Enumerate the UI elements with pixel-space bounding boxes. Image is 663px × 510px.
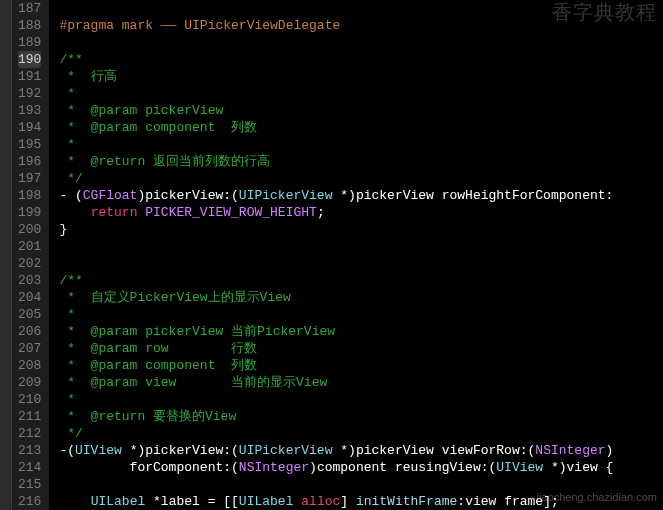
code-line[interactable]: /** xyxy=(59,272,663,289)
code-line[interactable]: * 自定义PickerView上的显示View xyxy=(59,289,663,306)
code-token: UIPickerView xyxy=(239,443,333,458)
code-line[interactable]: } xyxy=(59,221,663,238)
line-number[interactable]: 199 xyxy=(18,204,41,221)
code-line[interactable] xyxy=(59,476,663,493)
code-line[interactable]: * @param pickerView xyxy=(59,102,663,119)
line-number[interactable]: 196 xyxy=(18,153,41,170)
line-number[interactable]: 188 xyxy=(18,17,41,34)
code-line[interactable]: * @param view 当前的显示View xyxy=(59,374,663,391)
code-token: UIView xyxy=(75,443,122,458)
line-number[interactable]: 207 xyxy=(18,340,41,357)
code-line[interactable] xyxy=(59,0,663,17)
code-token: component reusingView:( xyxy=(317,460,496,475)
code-token: ] xyxy=(340,494,356,509)
code-line[interactable] xyxy=(59,238,663,255)
code-line[interactable]: * @return 返回当前列数的行高 xyxy=(59,153,663,170)
code-token: initWithFrame xyxy=(356,494,457,509)
code-line[interactable]: * 行高 xyxy=(59,68,663,85)
line-number[interactable]: 189 xyxy=(18,34,41,51)
code-line[interactable]: * xyxy=(59,136,663,153)
line-number[interactable]: 190 xyxy=(18,51,41,68)
code-area[interactable]: #pragma mark —— UIPickerViewDelegate /**… xyxy=(49,0,663,510)
code-line[interactable] xyxy=(59,255,663,272)
line-number[interactable]: 206 xyxy=(18,323,41,340)
code-token: -( xyxy=(59,443,75,458)
line-number[interactable]: 198 xyxy=(18,187,41,204)
line-number[interactable]: 195 xyxy=(18,136,41,153)
code-line[interactable]: */ xyxy=(59,425,663,442)
code-line[interactable]: /** xyxy=(59,51,663,68)
code-line[interactable] xyxy=(59,34,663,51)
line-number[interactable]: 208 xyxy=(18,357,41,374)
line-number[interactable]: 200 xyxy=(18,221,41,238)
code-token: ; xyxy=(317,205,325,220)
code-token: * @param pickerView xyxy=(59,103,223,118)
code-token: /** xyxy=(59,52,82,67)
code-token: * @param component 列数 xyxy=(59,358,257,373)
code-token: */ xyxy=(59,426,82,441)
code-line[interactable]: * @param pickerView 当前PickerView xyxy=(59,323,663,340)
line-number[interactable]: 212 xyxy=(18,425,41,442)
code-token: #pragma xyxy=(59,18,114,33)
code-token: pickerView:( xyxy=(145,188,239,203)
line-number[interactable]: 197 xyxy=(18,170,41,187)
code-line[interactable]: #pragma mark —— UIPickerViewDelegate xyxy=(59,17,663,34)
code-line[interactable]: * xyxy=(59,306,663,323)
line-number[interactable]: 215 xyxy=(18,476,41,493)
code-token: UIView xyxy=(496,460,543,475)
code-line[interactable]: * @param component 列数 xyxy=(59,119,663,136)
code-line[interactable]: - (CGFloat)pickerView:(UIPickerView *)pi… xyxy=(59,187,663,204)
line-number[interactable]: 201 xyxy=(18,238,41,255)
code-token: * xyxy=(59,307,75,322)
code-line[interactable]: * @param row 行数 xyxy=(59,340,663,357)
line-number[interactable]: 211 xyxy=(18,408,41,425)
code-token: - ( xyxy=(59,188,82,203)
code-line[interactable]: */ xyxy=(59,170,663,187)
breakpoint-margin[interactable] xyxy=(0,0,12,510)
line-number[interactable]: 204 xyxy=(18,289,41,306)
code-token: view { xyxy=(567,460,614,475)
code-token: * @return 要替换的View xyxy=(59,409,236,424)
code-token: NSInteger xyxy=(535,443,605,458)
code-line[interactable]: UILabel *label = [[UILabel alloc] initWi… xyxy=(59,493,663,510)
code-line[interactable]: * xyxy=(59,85,663,102)
code-line[interactable]: * @return 要替换的View xyxy=(59,408,663,425)
line-number[interactable]: 214 xyxy=(18,459,41,476)
code-token: ) xyxy=(309,460,317,475)
line-number[interactable]: 187 xyxy=(18,0,41,17)
code-token: pickerView viewForRow:( xyxy=(356,443,535,458)
code-token: forComponent:( xyxy=(59,460,238,475)
code-token: UILabel xyxy=(91,494,146,509)
code-line[interactable]: -(UIView *)pickerView:(UIPickerView *)pi… xyxy=(59,442,663,459)
code-line[interactable]: * @param component 列数 xyxy=(59,357,663,374)
line-number[interactable]: 194 xyxy=(18,119,41,136)
line-number[interactable]: 209 xyxy=(18,374,41,391)
code-token: NSInteger xyxy=(239,460,309,475)
code-token xyxy=(59,205,90,220)
line-number[interactable]: 216 xyxy=(18,493,41,510)
line-number[interactable]: 193 xyxy=(18,102,41,119)
line-number-gutter[interactable]: 1871881891901911921931941951961971981992… xyxy=(12,0,49,510)
line-number[interactable]: 203 xyxy=(18,272,41,289)
code-line[interactable]: forComponent:(NSInteger)component reusin… xyxy=(59,459,663,476)
code-line[interactable]: return PICKER_VIEW_ROW_HEIGHT; xyxy=(59,204,663,221)
code-token: *label = [[ xyxy=(145,494,239,509)
code-editor[interactable]: 1871881891901911921931941951961971981992… xyxy=(0,0,663,510)
line-number[interactable]: 191 xyxy=(18,68,41,85)
code-token: mark —— UIPickerViewDelegate xyxy=(114,18,340,33)
line-number[interactable]: 205 xyxy=(18,306,41,323)
code-token: * 自定义PickerView上的显示View xyxy=(59,290,290,305)
line-number[interactable]: 192 xyxy=(18,85,41,102)
line-number[interactable]: 213 xyxy=(18,442,41,459)
code-token: pickerView:( xyxy=(145,443,239,458)
code-line[interactable]: * xyxy=(59,391,663,408)
code-token: *) xyxy=(332,188,355,203)
code-token: * @param row 行数 xyxy=(59,341,257,356)
code-token: * @param component 列数 xyxy=(59,120,257,135)
code-token: return xyxy=(91,205,138,220)
code-token: ) xyxy=(606,443,614,458)
line-number[interactable]: 202 xyxy=(18,255,41,272)
line-number[interactable]: 210 xyxy=(18,391,41,408)
code-token: * xyxy=(59,392,75,407)
code-token: * @return 返回当前列数的行高 xyxy=(59,154,270,169)
